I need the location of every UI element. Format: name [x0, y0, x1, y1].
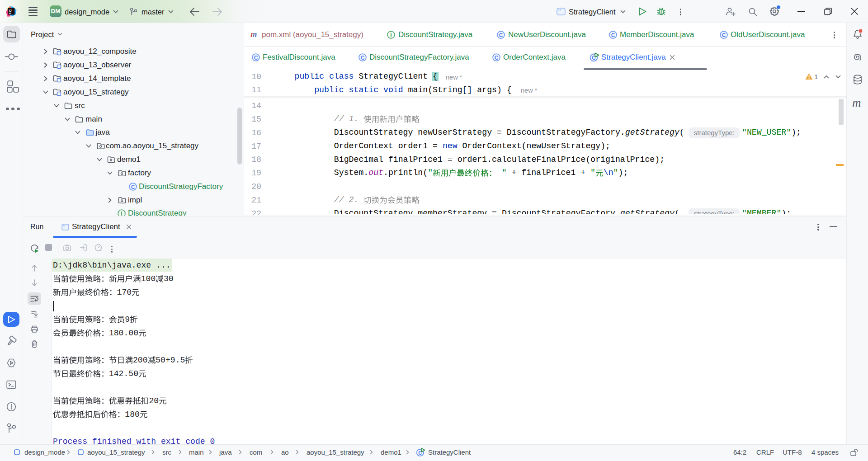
svg-text:C: C	[495, 55, 499, 61]
svg-text:C: C	[254, 55, 258, 61]
svg-text:IJ: IJ	[9, 9, 11, 13]
svg-text:C: C	[131, 183, 135, 190]
svg-text:C: C	[499, 32, 503, 38]
svg-text:I: I	[390, 32, 392, 38]
svg-text:I: I	[121, 211, 122, 216]
svg-text:C: C	[722, 32, 726, 38]
svg-text:C: C	[361, 55, 365, 61]
svg-text:C: C	[611, 32, 615, 38]
